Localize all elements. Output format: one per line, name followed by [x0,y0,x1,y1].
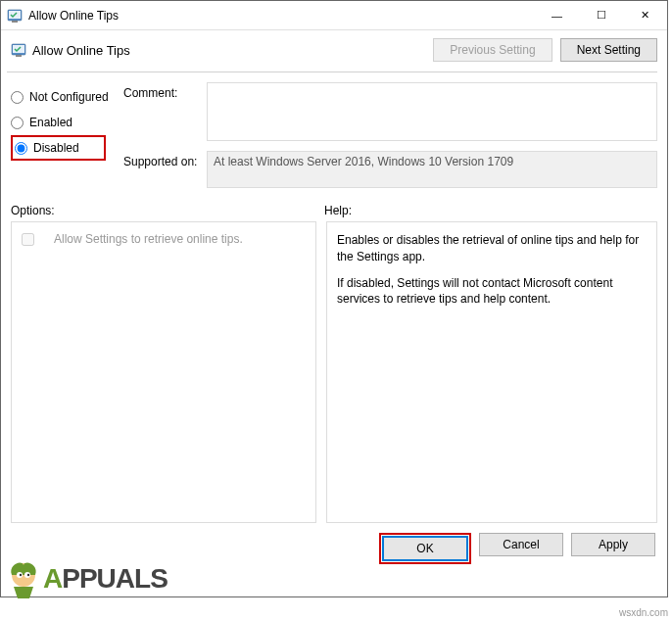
help-pane: Enables or disables the retrieval of onl… [326,221,657,523]
svg-point-10 [27,574,29,576]
supported-row: Supported on: At least Windows Server 20… [123,151,657,188]
radio-disabled[interactable]: Disabled [11,135,106,161]
header-row: Allow Online Tips Previous Setting Next … [1,30,667,70]
help-heading: Help: [324,204,657,217]
fields-column: Comment: Supported on: At least Windows … [123,82,657,198]
radio-enabled-input[interactable] [11,117,24,129]
policy-title: Allow Online Tips [32,43,433,58]
config-area: Not Configured Enabled Disabled Comment:… [1,78,667,198]
option-label: Allow Settings to retrieve online tips. [54,232,243,246]
policy-icon [7,8,23,24]
previous-setting-button: Previous Setting [433,38,552,62]
lower-panes: Allow Settings to retrieve online tips. … [1,221,667,523]
option-checkbox [22,233,34,246]
watermark: wsxdn.com [619,607,668,618]
radio-enabled[interactable]: Enabled [11,110,123,135]
comment-row: Comment: [123,82,657,141]
window-controls: — ☐ ✕ [535,1,667,30]
comment-label: Comment: [123,82,207,141]
nav-buttons: Previous Setting Next Setting [433,38,657,62]
window-title: Allow Online Tips [28,9,535,23]
minimize-button[interactable]: — [535,1,579,30]
help-paragraph: If disabled, Settings will not contact M… [337,275,647,309]
logo-text: APPUALS [43,563,168,595]
policy-icon [11,42,26,58]
svg-point-9 [20,574,22,576]
svg-rect-1 [12,21,18,23]
divider [7,72,657,72]
radio-label: Disabled [33,141,79,155]
next-setting-button[interactable]: Next Setting [560,38,657,62]
radio-label: Enabled [29,116,72,129]
logo-avatar-icon [0,555,47,602]
radio-not-configured[interactable]: Not Configured [11,84,123,110]
help-paragraph: Enables or disables the retrieval of onl… [337,232,647,265]
site-logo: APPUALS [0,555,168,602]
radio-label: Not Configured [29,90,109,104]
options-heading: Options: [11,204,324,217]
policy-editor-window: Allow Online Tips — ☐ ✕ Allow Online Tip… [0,0,668,597]
ok-button[interactable]: OK [383,537,467,560]
maximize-button[interactable]: ☐ [579,1,623,30]
svg-rect-4 [16,55,22,57]
radio-not-configured-input[interactable] [11,91,24,104]
supported-value: At least Windows Server 2016, Windows 10… [214,155,513,168]
cancel-button[interactable]: Cancel [479,533,563,556]
state-radio-group: Not Configured Enabled Disabled [11,82,123,198]
comment-textarea[interactable] [207,82,657,141]
mid-labels: Options: Help: [1,198,667,221]
titlebar[interactable]: Allow Online Tips — ☐ ✕ [1,1,667,30]
supported-label: Supported on: [123,151,207,188]
close-button[interactable]: ✕ [623,1,667,30]
radio-disabled-input[interactable] [15,142,27,155]
options-pane: Allow Settings to retrieve online tips. [11,221,316,523]
supported-textbox: At least Windows Server 2016, Windows 10… [207,151,657,188]
apply-button[interactable]: Apply [571,533,655,556]
ok-highlight: OK [379,533,471,564]
